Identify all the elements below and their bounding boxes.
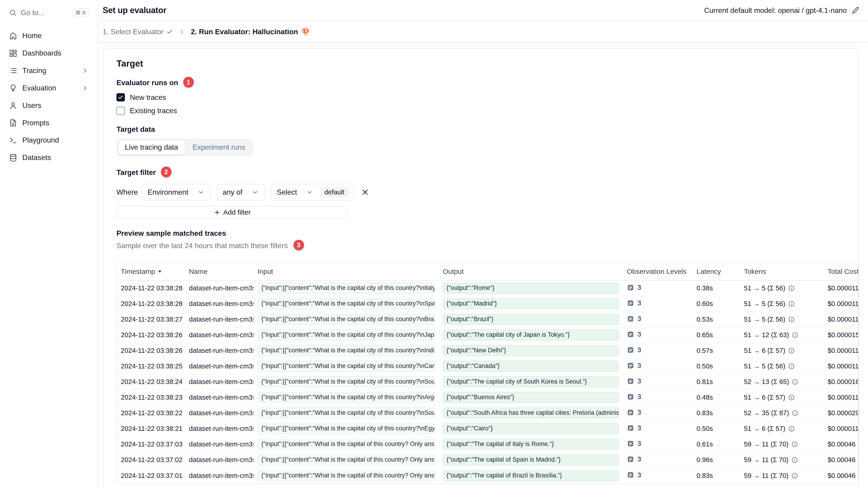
info-icon[interactable] xyxy=(788,363,795,369)
output-preview[interactable]: {"output":"Cairo"} xyxy=(443,423,619,434)
info-icon[interactable] xyxy=(788,316,795,323)
info-icon[interactable] xyxy=(792,379,799,385)
col-input[interactable]: Input xyxy=(253,263,439,280)
input-preview[interactable]: {"input":[{"content":"What is the capita… xyxy=(257,392,435,403)
output-preview[interactable]: {"output":"New Delhi"} xyxy=(443,345,619,356)
info-icon[interactable] xyxy=(788,347,795,354)
table-row[interactable]: 2024-11-22 03:37:01 dataset-run-item-cm3… xyxy=(117,468,859,483)
info-icon[interactable] xyxy=(788,300,795,307)
remove-filter-button[interactable] xyxy=(361,188,369,196)
table-row[interactable]: 2024-11-22 03:38:23 dataset-run-item-cm3… xyxy=(117,390,859,405)
step-select-evaluator[interactable]: 1. Select Evaluator xyxy=(103,28,173,36)
output-preview[interactable]: {"output":"The capital city of Japan is … xyxy=(443,329,619,340)
input-preview[interactable]: {"input":[{"content":"What is the capita… xyxy=(257,361,435,372)
filter-operator-select[interactable]: any of xyxy=(217,184,265,201)
content: Target Evaluator runs on 1 New traces Ex… xyxy=(98,43,868,488)
sidebar-item-tracing[interactable]: Tracing xyxy=(4,62,93,79)
output-preview[interactable]: {"output":"Buenos Aires"} xyxy=(443,392,619,403)
info-icon[interactable] xyxy=(858,441,859,448)
col-latency[interactable]: Latency xyxy=(692,263,740,280)
output-preview[interactable]: {"output":"The capital of Spain is Madri… xyxy=(443,454,619,465)
info-icon[interactable] xyxy=(791,441,798,448)
cost-value: $0.000011 xyxy=(828,347,859,354)
sidebar-item-playground[interactable]: Playground xyxy=(4,132,93,148)
input-preview[interactable]: {"input":[{"content":"What is the capita… xyxy=(257,470,435,481)
info-icon[interactable] xyxy=(792,332,799,338)
input-preview[interactable]: {"input":[{"content":"What is the capita… xyxy=(257,314,435,325)
input-preview[interactable]: {"input":[{"content":"What is the capita… xyxy=(257,454,435,465)
info-icon[interactable] xyxy=(792,410,799,416)
output-preview[interactable]: {"output":"South Africa has three capita… xyxy=(443,408,619,419)
cell-latency: 0.61s xyxy=(692,436,740,452)
info-icon[interactable] xyxy=(858,473,859,479)
output-preview[interactable]: {"output":"The capital of Italy is Rome.… xyxy=(443,438,619,450)
tokens-value: 51 → 6 (Σ 57) xyxy=(744,425,785,432)
cell-output: {"output":"The capital of Spain is Madri… xyxy=(439,452,623,468)
input-preview[interactable]: {"input":[{"content":"What is the capita… xyxy=(257,376,435,387)
cell-tokens: 51 → 5 (Σ 56) xyxy=(740,359,824,374)
info-icon[interactable] xyxy=(788,394,795,401)
tokens-value: 51 → 5 (Σ 56) xyxy=(744,316,785,323)
table-row[interactable]: 2024-11-22 03:37:03 dataset-run-item-cm3… xyxy=(117,436,859,452)
table-row[interactable]: 2024-11-22 03:38:27 dataset-run-item-cm3… xyxy=(117,312,859,327)
goto-search[interactable]: Go to... ⌘ K xyxy=(4,5,93,20)
input-preview[interactable]: {"input":[{"content":"What is the capita… xyxy=(257,423,435,434)
cell-observation-levels: 3 xyxy=(623,405,693,421)
table-row[interactable]: 2024-11-22 03:38:26 dataset-run-item-cm3… xyxy=(117,327,859,343)
tab-live-tracing-data[interactable]: Live tracing data xyxy=(118,140,185,154)
col-output[interactable]: Output xyxy=(439,263,623,280)
sidebar-item-dashboards[interactable]: Dashboards xyxy=(4,45,93,61)
col-total-cost[interactable]: Total Cost xyxy=(824,263,859,280)
col-name[interactable]: Name xyxy=(185,263,254,280)
table-row[interactable]: 2024-11-22 03:38:28 dataset-run-item-cm3… xyxy=(117,281,859,296)
info-icon[interactable] xyxy=(788,285,795,292)
filter-value-select[interactable]: Select xyxy=(271,188,320,196)
sidebar-item-home[interactable]: Home xyxy=(4,28,93,44)
output-preview[interactable]: {"output":"Brazil"} xyxy=(443,314,619,325)
table-row[interactable]: 2024-11-22 03:38:28 dataset-run-item-cm3… xyxy=(117,296,859,312)
sidebar-item-evaluation[interactable]: Evaluation xyxy=(4,80,93,96)
table-row[interactable]: 2024-11-22 03:38:22 dataset-run-item-cm3… xyxy=(117,405,859,421)
cell-observation-levels: 3 xyxy=(623,468,693,483)
table-row[interactable]: 2024-11-22 03:37:02 dataset-run-item-cm3… xyxy=(117,452,859,468)
sidebar-item-users[interactable]: Users xyxy=(4,97,93,113)
input-preview[interactable]: {"input":[{"content":"What is the capita… xyxy=(257,329,435,340)
table-row[interactable]: 2024-11-22 03:38:24 dataset-run-item-cm3… xyxy=(117,374,859,390)
tokens-value: 51 → 12 (Σ 63) xyxy=(744,331,789,339)
info-icon[interactable] xyxy=(791,473,798,479)
output-preview[interactable]: {"output":"The capital city of South Kor… xyxy=(443,376,619,387)
filter-value-chip[interactable]: default xyxy=(320,187,349,198)
table-row[interactable]: 2024-11-22 03:38:26 dataset-run-item-cm3… xyxy=(117,343,859,359)
tokens-value: 59 → 11 (Σ 70) xyxy=(744,456,788,464)
input-preview[interactable]: {"input":[{"content":"What is the capita… xyxy=(257,438,435,450)
col-observation-levels[interactable]: Observation Levels xyxy=(623,263,693,280)
table-row[interactable]: 2024-11-22 03:38:21 dataset-run-item-cm3… xyxy=(117,421,859,436)
col-timestamp[interactable]: Timestamp xyxy=(117,263,185,280)
input-preview[interactable]: {"input":[{"content":"What is the capita… xyxy=(257,408,435,419)
sidebar-item-datasets[interactable]: Datasets xyxy=(4,150,93,166)
col-tokens[interactable]: Tokens xyxy=(740,263,824,280)
table-row[interactable]: 2024-11-22 03:38:25 dataset-run-item-cm3… xyxy=(117,359,859,374)
info-icon[interactable] xyxy=(791,457,798,463)
cell-total-cost: $0.000015 xyxy=(824,327,859,343)
filter-column-select[interactable]: Environment xyxy=(142,184,211,201)
new-traces-checkbox[interactable] xyxy=(117,93,125,101)
output-preview[interactable]: {"output":"Madrid"} xyxy=(443,298,619,310)
output-preview[interactable]: {"output":"The capital of Brazil is Bras… xyxy=(443,470,619,481)
cell-latency: 0.96s xyxy=(692,452,740,468)
tab-experiment-runs[interactable]: Experiment runs xyxy=(186,140,252,154)
info-icon[interactable] xyxy=(788,425,795,432)
preview-title: Preview sample matched traces xyxy=(117,229,845,237)
input-preview[interactable]: {"input":[{"content":"What is the capita… xyxy=(257,345,435,356)
output-preview[interactable]: {"output":"Canada"} xyxy=(443,361,619,372)
output-preview[interactable]: {"output":"Rome"} xyxy=(443,283,619,294)
input-preview[interactable]: {"input":[{"content":"What is the capita… xyxy=(257,298,435,310)
edit-model-icon[interactable] xyxy=(852,7,859,14)
traces-table: Timestamp Name Input Output Observation … xyxy=(117,263,859,484)
add-filter-button[interactable]: Add filter xyxy=(117,206,348,218)
main: Set up evaluator Current default model: … xyxy=(98,0,868,488)
input-preview[interactable]: {"input":[{"content":"What is the capita… xyxy=(257,283,435,294)
existing-traces-checkbox[interactable] xyxy=(117,107,125,115)
info-icon[interactable] xyxy=(858,457,859,463)
sidebar-item-prompts[interactable]: Prompts xyxy=(4,115,93,131)
